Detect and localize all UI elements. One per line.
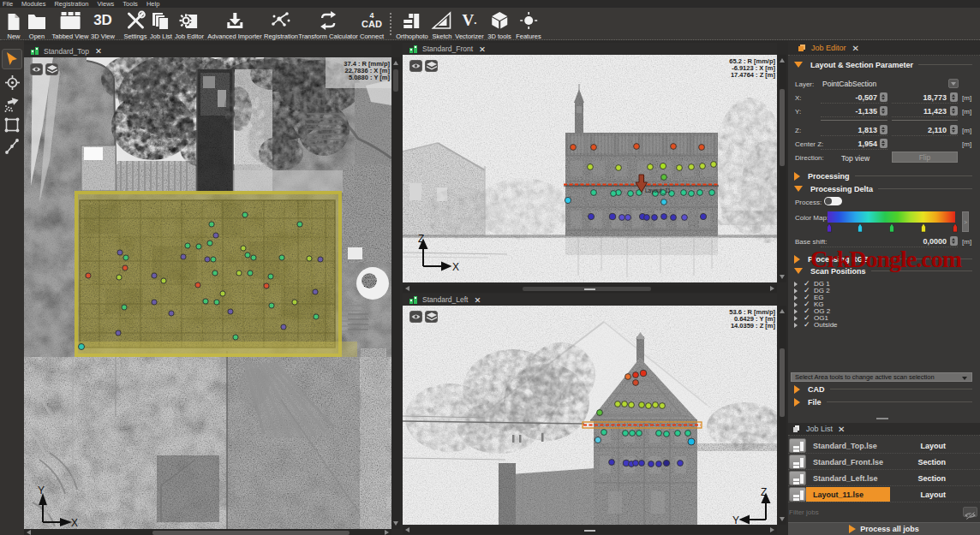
svg-text:Layout_11: Layout_11 xyxy=(645,187,671,194)
svg-text:Y: Y xyxy=(732,514,739,525)
svg-text:X: X xyxy=(452,261,459,273)
svg-text:X: X xyxy=(71,517,78,529)
svg-text:Z: Z xyxy=(761,486,767,498)
svg-text:Z: Z xyxy=(418,233,424,245)
svg-text:Y: Y xyxy=(38,484,45,496)
